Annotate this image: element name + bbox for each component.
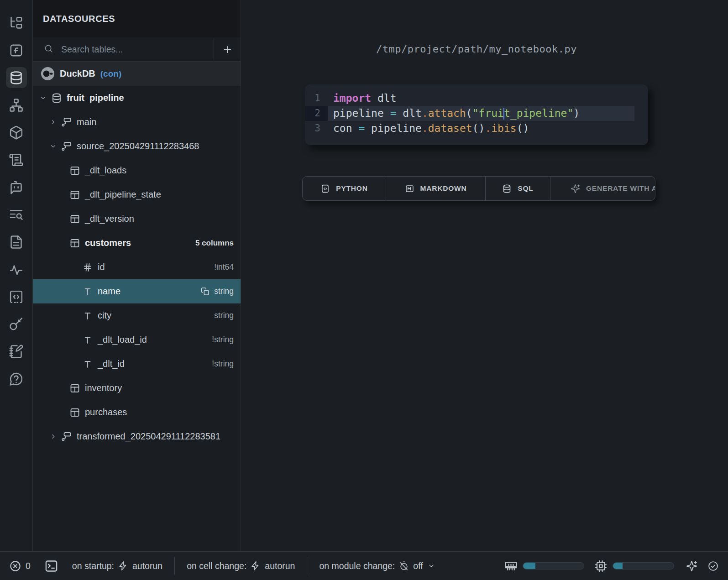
- rail-item-documentation-file[interactable]: [6, 231, 27, 252]
- tree-label: customers: [85, 238, 131, 248]
- chevron-right-icon[interactable]: [49, 433, 61, 440]
- chevron-right-icon[interactable]: [49, 118, 61, 126]
- copy-icon[interactable]: [200, 287, 210, 296]
- ai-sparkles-icon[interactable]: [686, 560, 697, 572]
- tree-row-_dlt_loads[interactable]: _dlt_loads: [33, 158, 241, 183]
- file-tree-icon: [9, 16, 24, 31]
- table-icon: [69, 383, 80, 394]
- on-cell-change-setting[interactable]: on cell change:autorun: [187, 561, 295, 571]
- tree-row-_dlt_load_id[interactable]: _dlt_load_id!string: [33, 328, 241, 352]
- code-text: pipeline = dlt.attach("fruit_pipeline"): [328, 106, 634, 121]
- code-cell[interactable]: 1import dlt2pipeline = dlt.attach("fruit…: [305, 84, 648, 145]
- insert-sql-button[interactable]: SQL: [486, 177, 550, 200]
- code-card-icon: [320, 184, 330, 193]
- code-line-2[interactable]: 2pipeline = dlt.attach("fruit_pipeline"): [305, 106, 648, 121]
- tree-label: _dlt_pipeline_state: [85, 189, 161, 200]
- rail-item-ai-chat-bot[interactable]: [6, 177, 27, 198]
- column-type: !int64: [214, 262, 234, 272]
- rail-item-help-circle[interactable]: [6, 368, 27, 389]
- code-text: con = pipeline.dataset().ibis(): [328, 121, 634, 136]
- connection-row-duckdb[interactable]: DuckDB (con): [33, 62, 241, 86]
- on-startup-setting[interactable]: on startup:autorun: [72, 561, 162, 571]
- tree-label: _dlt_load_id: [98, 334, 147, 345]
- memory-icon: [504, 559, 518, 573]
- insert-python-button[interactable]: PYTHON: [303, 177, 386, 200]
- rail-item-scratchpad-notebook[interactable]: [6, 341, 27, 362]
- insert-generate-with-ai-button[interactable]: GENERATE WITH AI: [550, 177, 655, 200]
- table-icon: [69, 214, 80, 225]
- database-icon: [502, 184, 512, 193]
- tree-row-_dlt_version[interactable]: _dlt_version: [33, 207, 241, 231]
- ai-chat-bot-icon: [9, 180, 24, 195]
- rail-item-file-tree[interactable]: [6, 12, 27, 33]
- timer-off-icon: [399, 561, 409, 571]
- notebook-file-path: /tmp/project/path/my_notebook.py: [305, 43, 648, 55]
- tree-row-main[interactable]: main: [33, 110, 241, 134]
- ram-usage-meter: [504, 559, 584, 573]
- rail-item-logs-scroll[interactable]: [6, 149, 27, 170]
- line-number: 3: [305, 121, 328, 136]
- ram-usage-bar: [523, 562, 584, 570]
- tree-row-city[interactable]: citystring: [33, 303, 241, 328]
- code-line-1[interactable]: 1import dlt: [305, 91, 648, 106]
- code-line-3[interactable]: 3con = pipeline.dataset().ibis(): [305, 121, 648, 136]
- markdown-square-icon: [405, 184, 414, 193]
- table-icon: [69, 238, 80, 249]
- terminal-icon: [44, 559, 58, 573]
- connection-ok-icon[interactable]: [707, 560, 719, 572]
- tree-label: city: [98, 310, 111, 321]
- cpu-icon: [594, 559, 608, 573]
- search-box[interactable]: [33, 37, 214, 61]
- rail-item-packages-box[interactable]: [6, 122, 27, 143]
- text-icon: [82, 310, 93, 321]
- chevron-down-icon[interactable]: [49, 142, 61, 150]
- tree-row-_dlt_id[interactable]: _dlt_id!string: [33, 352, 241, 376]
- duckdb-logo-icon: [41, 67, 55, 81]
- tree-row-source_202504291112283468[interactable]: source_202504291112283468: [33, 134, 241, 158]
- rail-item-secrets-key[interactable]: [6, 314, 27, 334]
- tree-row-name[interactable]: namestring: [33, 279, 241, 303]
- panel-title: DATASOURCES: [43, 14, 115, 24]
- notebook-main: /tmp/project/path/my_notebook.py 1import…: [241, 0, 728, 551]
- tree-row-inventory[interactable]: inventory: [33, 376, 241, 400]
- packages-box-icon: [9, 125, 24, 140]
- panel-close-icon[interactable]: [217, 13, 228, 24]
- tree-row-fruit_pipeline[interactable]: fruit_pipeline: [33, 86, 241, 110]
- rail-item-tracing-activity[interactable]: [6, 259, 27, 280]
- tree-label: _dlt_version: [85, 214, 134, 224]
- terminal-button[interactable]: [44, 559, 58, 573]
- errors-indicator[interactable]: 0: [9, 560, 31, 572]
- insert-cell-toolbar: PYTHONMARKDOWNSQLGENERATE WITH AI: [302, 176, 655, 201]
- rail-item-function-square[interactable]: [6, 40, 27, 61]
- add-datasource-button[interactable]: [214, 37, 241, 61]
- column-type: string: [214, 311, 234, 320]
- rail-item-find-in-cells[interactable]: [6, 204, 27, 225]
- tree-row-customers[interactable]: customers5 columns: [33, 231, 241, 255]
- setting-label: on cell change:: [187, 561, 246, 571]
- error-count: 0: [26, 561, 31, 571]
- text-icon: [82, 334, 93, 345]
- insert-markdown-button[interactable]: MARKDOWN: [386, 177, 486, 200]
- tree-row-purchases[interactable]: purchases: [33, 400, 241, 424]
- find-in-cells-icon: [9, 207, 24, 222]
- activity-rail: [0, 0, 33, 551]
- status-bar: 0on startup:autorunon cell change:autoru…: [0, 551, 728, 580]
- tree-row-id[interactable]: id!int64: [33, 255, 241, 279]
- table-icon: [69, 189, 80, 200]
- rail-item-dependency-graph[interactable]: [6, 94, 27, 115]
- tree-label: id: [98, 262, 105, 272]
- on-module-change-setting[interactable]: on module change:off: [319, 561, 435, 571]
- documentation-file-icon: [9, 235, 24, 250]
- tree-row-transformed_202504291112283581[interactable]: transformed_202504291112283581: [33, 424, 241, 449]
- chevron-down-icon[interactable]: [39, 94, 51, 102]
- search-input[interactable]: [60, 44, 214, 55]
- rail-item-datasources-database[interactable]: [6, 67, 27, 88]
- tree-row-_dlt_pipeline_state[interactable]: _dlt_pipeline_state: [33, 183, 241, 207]
- circle-x-icon: [9, 560, 21, 572]
- insert-button-label: PYTHON: [336, 184, 367, 193]
- tracing-activity-icon: [9, 262, 24, 277]
- zap-icon: [251, 561, 261, 571]
- tree-label: source_202504291112283468: [77, 141, 199, 152]
- rail-item-snippets-code[interactable]: [6, 286, 27, 307]
- scratchpad-notebook-icon: [9, 344, 24, 359]
